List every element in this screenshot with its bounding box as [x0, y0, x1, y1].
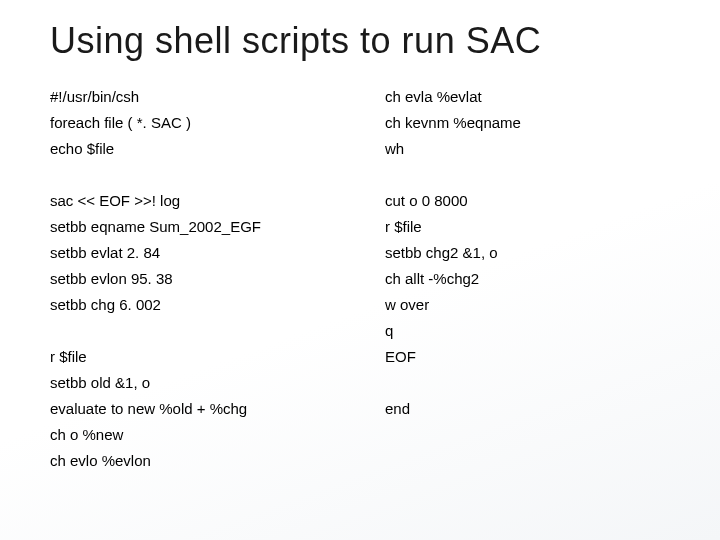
code-line: #!/usr/bin/csh — [50, 84, 345, 110]
code-line: q — [385, 318, 680, 344]
code-line: cut o 0 8000 — [385, 188, 680, 214]
slide-title: Using shell scripts to run SAC — [50, 20, 680, 62]
code-columns: #!/usr/bin/csh foreach file ( *. SAC ) e… — [50, 84, 680, 474]
code-line: setbb chg2 &1, o — [385, 240, 680, 266]
blank-line — [50, 162, 345, 188]
code-line: sac << EOF >>! log — [50, 188, 345, 214]
blank-line — [385, 370, 680, 396]
code-line: foreach file ( *. SAC ) — [50, 110, 345, 136]
code-line: setbb old &1, o — [50, 370, 345, 396]
code-line: r $file — [50, 344, 345, 370]
blank-line — [50, 318, 345, 344]
code-line: r $file — [385, 214, 680, 240]
code-line: setbb chg 6. 002 — [50, 292, 345, 318]
code-line: wh — [385, 136, 680, 162]
left-column: #!/usr/bin/csh foreach file ( *. SAC ) e… — [50, 84, 345, 474]
code-line: ch kevnm %eqname — [385, 110, 680, 136]
right-column: ch evla %evlat ch kevnm %eqname wh cut o… — [385, 84, 680, 474]
blank-line — [385, 422, 680, 448]
code-line: setbb evlon 95. 38 — [50, 266, 345, 292]
blank-line — [385, 448, 680, 474]
code-line: w over — [385, 292, 680, 318]
code-line: ch allt -%chg2 — [385, 266, 680, 292]
code-line: setbb evlat 2. 84 — [50, 240, 345, 266]
code-line: end — [385, 396, 680, 422]
code-line: EOF — [385, 344, 680, 370]
blank-line — [385, 162, 680, 188]
code-line: setbb eqname Sum_2002_EGF — [50, 214, 345, 240]
code-line: ch o %new — [50, 422, 345, 448]
code-line: ch evlo %evlon — [50, 448, 345, 474]
code-line: evaluate to new %old + %chg — [50, 396, 345, 422]
code-line: echo $file — [50, 136, 345, 162]
code-line: ch evla %evlat — [385, 84, 680, 110]
